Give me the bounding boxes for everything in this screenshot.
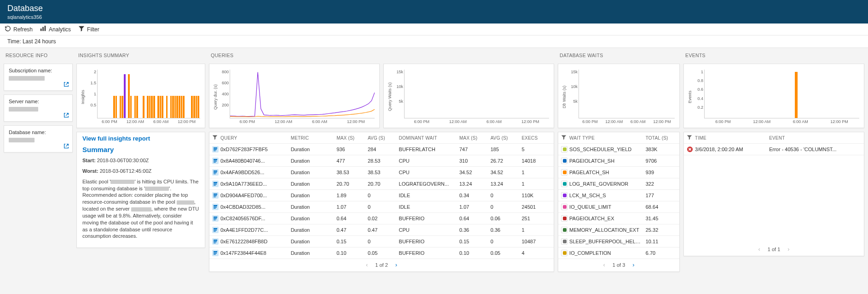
cell-wmax: 0.15	[459, 239, 489, 244]
table-row[interactable]: SLEEP_BUFFERPOOL_HELPLW 10.11	[558, 236, 679, 247]
page-indicator: 1 of 2	[375, 262, 388, 268]
cell-wait-total: 10.11	[646, 239, 677, 244]
col-max[interactable]: MAX (S)	[336, 135, 366, 141]
cell-wavg: 26.72	[491, 158, 520, 164]
time-range-text: Time: Last 24 hours	[7, 38, 56, 45]
query-waits-chart-card[interactable]: Query Waits (s)15k10k5k 6:00 PM12:00 AM6…	[383, 64, 554, 128]
cell-max: 936	[336, 147, 366, 152]
waits-table-body: SOS_SCHEDULER_YIELD 383K PAGEIOLATCH_SH …	[558, 144, 679, 259]
table-row[interactable]: 0xC824056576DF... Duration 0.64 0.02 BUF…	[209, 213, 554, 224]
cell-query: 0xC824056576DF...	[220, 216, 289, 221]
col-wait-type[interactable]: WAIT TYPE	[569, 135, 644, 141]
filter-icon[interactable]	[561, 135, 567, 141]
table-row[interactable]: LOG_RATE_GOVERNOR 322	[558, 178, 679, 190]
query-icon	[212, 204, 219, 210]
query-duration-chart-card[interactable]: Query dur. (s)800600400200 6:00 PM12:00 …	[209, 64, 380, 128]
cell-wavg: 13.24	[491, 181, 520, 187]
cell-wait: CPU	[399, 227, 457, 233]
cell-execs: 5	[521, 147, 551, 152]
cell-wavg: 0	[491, 204, 520, 210]
table-row[interactable]: PAGEIOLATCH_EX 31.45	[558, 213, 679, 224]
subscription-label: Subscription name:	[9, 68, 60, 73]
server-card[interactable]: Server name:	[4, 94, 73, 122]
cell-query: 0xD904A4FED700...	[220, 193, 289, 198]
prev-page-button[interactable]: ‹	[364, 261, 370, 268]
col-wait-max[interactable]: MAX (S)	[459, 135, 489, 141]
table-row[interactable]: 3/6/2018, 2:00:20 AM Error - 40536 - 'CO…	[684, 144, 864, 155]
cell-max: 477	[336, 158, 366, 164]
filter-button[interactable]: Filter	[78, 25, 99, 33]
cell-wait-type: LCK_M_SCH_S	[569, 193, 644, 198]
svg-rect-1	[42, 27, 44, 31]
table-row[interactable]: PAGELATCH_SH 939	[558, 167, 679, 178]
time-range-bar[interactable]: Time: Last 24 hours	[0, 35, 868, 48]
worst-value: 2018-03-06T12:45:00Z	[100, 168, 152, 174]
table-row[interactable]: SOS_SCHEDULER_YIELD 383K	[558, 144, 679, 155]
col-metric[interactable]: METRIC	[291, 135, 335, 141]
table-row[interactable]: 0x8A480B040746... Duration 477 28.53 CPU…	[209, 155, 554, 167]
col-event-time[interactable]: TIME	[695, 135, 767, 141]
table-row[interactable]: LCK_M_SCH_S 177	[558, 190, 679, 201]
col-avg[interactable]: AVG (S)	[368, 135, 397, 141]
prev-page-button[interactable]: ‹	[756, 246, 762, 253]
table-row[interactable]: 0x147F23844F44E8 Duration 0.10 0.05 BUFF…	[209, 247, 554, 259]
prev-page-button[interactable]: ‹	[601, 261, 607, 268]
table-row[interactable]: 0xD904A4FED700... Duration 1.89 0 IDLE 0…	[209, 190, 554, 201]
refresh-button[interactable]: Refresh	[5, 25, 33, 33]
queries-table: QUERY METRIC MAX (S) AVG (S) DOMINANT WA…	[209, 132, 554, 272]
col-execs[interactable]: EXECS	[521, 135, 551, 141]
events-table: TIME EVENT 3/6/2018, 2:00:20 AM Error - …	[683, 132, 864, 256]
cell-wmax: 0.10	[459, 250, 489, 256]
col-wait-avg[interactable]: AVG (S)	[491, 135, 520, 141]
col-dominantwait[interactable]: DOMINANT WAIT	[399, 135, 457, 141]
database-value-masked	[9, 138, 35, 142]
cell-metric: Duration	[291, 170, 335, 175]
cell-wait: IDLE	[399, 193, 457, 198]
cell-query: 0x8A480B040746...	[220, 158, 289, 164]
database-label: Database name:	[9, 129, 60, 135]
table-row[interactable]: PAGEIOLATCH_SH 9706	[558, 155, 679, 167]
cell-query: 0xD762F283F7FBF5	[220, 147, 289, 152]
table-row[interactable]: 0xE761222848FB8D Duration 0.15 0 BUFFERI…	[209, 236, 554, 247]
server-label: Server name:	[9, 99, 60, 104]
table-row[interactable]: 0xD762F283F7FBF5 Duration 936 284 BUFFER…	[209, 144, 554, 155]
wait-icon	[561, 158, 567, 164]
database-card[interactable]: Database name:	[4, 125, 73, 153]
cell-query: 0x9A10A7736EED...	[220, 181, 289, 187]
col-event[interactable]: EVENT	[769, 135, 861, 141]
next-page-button[interactable]: ›	[786, 246, 791, 253]
queries-table-header: QUERY METRIC MAX (S) AVG (S) DOMINANT WA…	[209, 132, 554, 144]
next-page-button[interactable]: ›	[393, 261, 399, 268]
next-page-button[interactable]: ›	[631, 261, 636, 268]
table-row[interactable]: 0x4CBDAD32D85... Duration 1.07 0 IDLE 1.…	[209, 201, 554, 213]
popout-icon[interactable]	[62, 142, 70, 150]
filter-icon[interactable]	[687, 135, 693, 141]
table-row[interactable]: IO_COMPLETION 6.70	[558, 247, 679, 259]
table-row[interactable]: IO_QUEUE_LIMIT 68.64	[558, 201, 679, 213]
popout-icon[interactable]	[62, 80, 70, 88]
cell-query: 0xA4E1FFD2D77C...	[220, 227, 289, 233]
popout-icon[interactable]	[62, 111, 70, 119]
col-query[interactable]: QUERY	[220, 135, 289, 141]
col-wait-total[interactable]: TOTAL (S)	[646, 135, 677, 141]
insights-chart-card[interactable]: Insights21.510.5 6:00 PM12:00 AM6:00 AM1…	[76, 64, 205, 128]
wait-icon	[561, 238, 567, 245]
cell-avg: 38.53	[368, 170, 397, 175]
table-row[interactable]: 0x4AFA9BDD526... Duration 38.53 38.53 CP…	[209, 167, 554, 178]
analytics-label: Analytics	[49, 26, 71, 33]
db-waits-chart-card[interactable]: Db Waits (s)15k10k5k 6:00 PM12:00 AM6:00…	[558, 64, 680, 128]
table-row[interactable]: 0xA4E1FFD2D77C... Duration 0.47 0.47 CPU…	[209, 224, 554, 236]
events-chart-card[interactable]: Events10.80.60.40.2 6:00 PM12:00 AM6:00 …	[683, 64, 864, 128]
insights-title: INSIGHTS SUMMARY	[76, 52, 205, 60]
query-duration-chart: Query dur. (s)800600400200 6:00 PM12:00 …	[212, 68, 376, 126]
waits-column: DATABASE WAITS Db Waits (s)15k10k5k 6:00…	[558, 52, 680, 272]
subscription-card[interactable]: Subscription name:	[4, 64, 73, 91]
table-row[interactable]: MEMORY_ALLOCATION_EXT 25.32	[558, 224, 679, 236]
table-row[interactable]: 0x9A10A7736EED... Duration 20.70 20.70 L…	[209, 178, 554, 190]
full-report-link[interactable]: View full insights report	[77, 132, 205, 143]
filter-icon[interactable]	[212, 135, 219, 141]
page-subtitle: sqlanalytics356	[7, 14, 861, 20]
queries-table-body: 0xD762F283F7FBF5 Duration 936 284 BUFFER…	[209, 144, 554, 259]
analytics-button[interactable]: Analytics	[40, 25, 71, 33]
cell-wait-total: 177	[646, 193, 677, 198]
